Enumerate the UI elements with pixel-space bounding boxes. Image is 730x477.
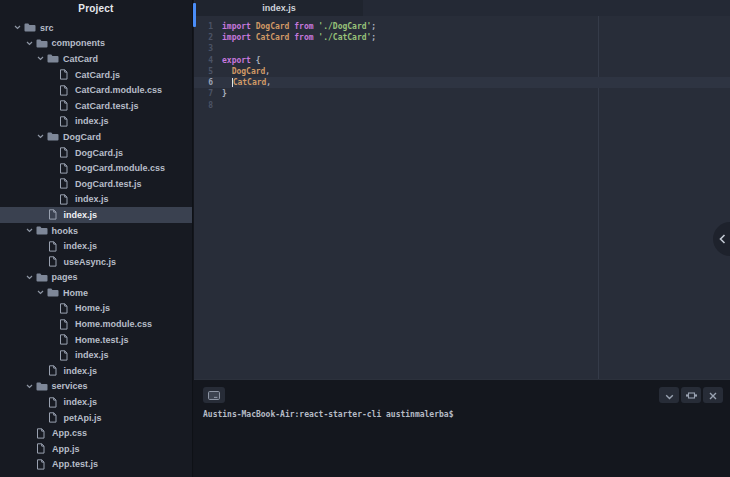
tree-item-index-js[interactable]: index.js <box>0 114 192 130</box>
file-icon <box>36 443 51 454</box>
chevron-down-icon[interactable] <box>26 41 36 46</box>
tree-item-label: CatCard.module.css <box>74 85 162 95</box>
tree-item-home-js[interactable]: Home.js <box>0 301 192 317</box>
line-number: 3 <box>200 44 213 53</box>
code-line-4[interactable]: 4export { <box>194 54 730 65</box>
tree-item-dogcard-test-js[interactable]: DogCard.test.js <box>0 176 192 192</box>
tree-item-label: index.js <box>74 194 109 204</box>
tree-item-dogcard-js[interactable]: DogCard.js <box>0 145 192 161</box>
code-line-2[interactable]: 2import CatCard from './CatCard'; <box>194 32 730 43</box>
tree-item-dogcard-module-css[interactable]: DogCard.module.css <box>0 160 192 176</box>
code-line-3[interactable]: 3 <box>194 43 730 54</box>
tree-item-catcard-test-js[interactable]: CatCard.test.js <box>0 98 192 114</box>
terminal-prompt[interactable]: Austins-MacBook-Air:react-starter-cli au… <box>203 410 453 419</box>
folder-icon <box>47 132 62 141</box>
file-icon <box>59 319 74 330</box>
tree-item-petapi-js[interactable]: petApi.js <box>0 410 192 426</box>
file-icon <box>48 397 63 408</box>
line-text: DogCard, <box>213 67 270 76</box>
chevron-down-icon <box>665 386 674 404</box>
file-icon <box>48 241 63 252</box>
terminal-tab-button[interactable] <box>203 387 225 403</box>
terminal-icon <box>208 386 220 404</box>
tree-item-hooks[interactable]: hooks <box>0 223 192 239</box>
file-icon <box>59 303 74 314</box>
line-number: 2 <box>200 33 213 42</box>
tree-item-index-js[interactable]: index.js <box>0 192 192 208</box>
tab-bar: index.js <box>194 0 730 16</box>
tree-item-app-js[interactable]: App.js <box>0 441 192 457</box>
folder-icon <box>36 273 51 282</box>
editor-area: index.js 1import DogCard from './DogCard… <box>194 0 730 477</box>
tree-item-dogcard[interactable]: DogCard <box>0 129 192 145</box>
tree-item-src[interactable]: src <box>0 20 192 36</box>
code-editor[interactable]: 1import DogCard from './DogCard';2import… <box>194 16 730 379</box>
tree-item-label: Home.js <box>74 303 110 313</box>
line-text: CatCard, <box>213 78 271 87</box>
tree-item-index-js[interactable]: index.js <box>0 363 192 379</box>
tree-item-index-js[interactable]: index.js <box>0 347 192 363</box>
chevron-down-icon[interactable] <box>26 275 36 280</box>
tree-item-index-js[interactable]: index.js <box>0 238 192 254</box>
tree-item-useasync-js[interactable]: useAsync.js <box>0 254 192 270</box>
close-icon <box>709 386 717 404</box>
chevron-down-icon[interactable] <box>26 384 36 389</box>
code-line-5[interactable]: 5 DogCard, <box>194 66 730 77</box>
line-text: } <box>213 89 227 98</box>
sidebar-title: Project <box>0 0 192 18</box>
chevron-down-icon[interactable] <box>26 228 36 233</box>
file-icon <box>59 178 74 189</box>
tree-item-label: App.js <box>51 444 80 454</box>
tree-item-home[interactable]: Home <box>0 285 192 301</box>
tree-item-home-module-css[interactable]: Home.module.css <box>0 316 192 332</box>
tab-label: index.js <box>262 3 296 13</box>
chevron-left-icon <box>713 230 726 248</box>
tab-index-js[interactable]: index.js <box>195 0 363 16</box>
code-content: 1import DogCard from './DogCard';2import… <box>194 21 730 111</box>
tree-item-catcard[interactable]: CatCard <box>0 51 192 67</box>
code-line-1[interactable]: 1import DogCard from './DogCard'; <box>194 21 730 32</box>
code-line-6[interactable]: 6 CatCard, <box>194 77 730 88</box>
tree-item-app-css[interactable]: App.css <box>0 425 192 441</box>
tree-item-services[interactable]: services <box>0 379 192 395</box>
ide-window: Project srccomponentsCatCardCatCard.jsCa… <box>0 0 730 477</box>
file-icon <box>59 334 74 345</box>
tree-item-app-test-js[interactable]: App.test.js <box>0 457 192 473</box>
file-icon <box>48 365 63 376</box>
tree-item-label: services <box>51 381 88 391</box>
terminal-expand-button[interactable] <box>681 387 701 403</box>
file-icon <box>48 256 63 267</box>
tree-item-index-js[interactable]: index.js <box>0 207 192 223</box>
file-icon <box>59 194 74 205</box>
file-icon <box>48 412 63 423</box>
tree-item-label: components <box>51 38 106 48</box>
chevron-down-icon[interactable] <box>37 56 47 61</box>
terminal-close-button[interactable] <box>703 387 723 403</box>
tree-item-label: CatCard.test.js <box>74 101 139 111</box>
tree-item-catcard-module-css[interactable]: CatCard.module.css <box>0 82 192 98</box>
folder-icon <box>36 39 51 48</box>
tree-item-catcard-js[interactable]: CatCard.js <box>0 67 192 83</box>
tree-item-label: useAsync.js <box>63 257 117 267</box>
code-line-8[interactable]: 8 <box>194 100 730 111</box>
terminal-header <box>194 380 730 406</box>
code-line-7[interactable]: 7} <box>194 88 730 99</box>
terminal-collapse-button[interactable] <box>659 387 679 403</box>
tree-item-label: App.test.js <box>51 459 98 469</box>
chevron-down-icon[interactable] <box>14 25 24 30</box>
tree-item-label: src <box>39 23 54 33</box>
chevron-down-icon[interactable] <box>37 134 47 139</box>
tree-item-index-js[interactable]: index.js <box>0 394 192 410</box>
tree-item-label: Home.test.js <box>74 335 129 345</box>
tree-item-label: CatCard <box>62 54 98 64</box>
file-icon <box>36 428 51 439</box>
tree-item-label: DogCard <box>62 132 101 142</box>
chevron-down-icon[interactable] <box>37 290 47 295</box>
line-text: export { <box>213 56 261 65</box>
folder-icon <box>36 226 51 235</box>
tree-item-label: index.js <box>74 116 109 126</box>
tree-item-pages[interactable]: pages <box>0 270 192 286</box>
tree-item-home-test-js[interactable]: Home.test.js <box>0 332 192 348</box>
line-text: import CatCard from './CatCard'; <box>213 33 376 42</box>
tree-item-components[interactable]: components <box>0 36 192 52</box>
